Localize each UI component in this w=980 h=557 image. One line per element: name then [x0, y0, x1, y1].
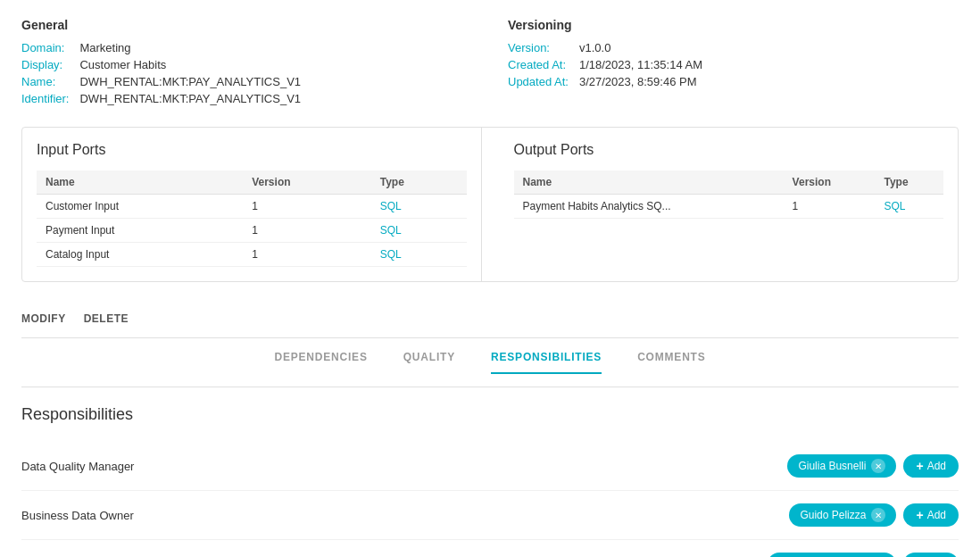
- person-name-dqm: Giulia Busnelli: [798, 460, 866, 472]
- input-row-version: 1: [243, 219, 371, 243]
- general-name-value: DWH_RENTAL:MKT:PAY_ANALYTICS_V1: [79, 75, 472, 88]
- responsibilities-title: Responsibilities: [21, 405, 959, 424]
- resp-label-bdo: Business Data Owner: [21, 509, 200, 522]
- general-title: General: [21, 18, 472, 32]
- page-container: General Domain: Marketing Display: Custo…: [0, 0, 980, 557]
- person-tag-bdo[interactable]: Guido Pelizza ✕: [789, 503, 896, 527]
- output-ports-title: Output Ports: [514, 142, 944, 158]
- input-col-version: Version: [243, 170, 371, 195]
- updated-at-value: 3/27/2023, 8:59:46 PM: [579, 75, 959, 88]
- plus-icon-dqm: +: [916, 459, 923, 473]
- output-ports-panel: Output Ports Name Version Type Payment H…: [500, 128, 959, 281]
- versioning-section: Versioning Version: v1.0.0 Created At: 1…: [508, 18, 959, 105]
- input-ports-panel: Input Ports Name Version Type Customer I…: [22, 128, 482, 281]
- tabs-bar: DEPENDENCIES QUALITY RESPONSIBILITIES CO…: [21, 338, 959, 387]
- input-ports-header: Name Version Type: [37, 170, 467, 195]
- input-row-name: Customer Input: [37, 195, 243, 219]
- tab-comments[interactable]: COMMENTS: [637, 351, 705, 374]
- output-row-version: 1: [784, 195, 876, 219]
- general-name-label: Name:: [21, 75, 69, 88]
- ports-section: Input Ports Name Version Type Customer I…: [21, 127, 959, 282]
- input-row-name: Catalog Input: [37, 243, 243, 267]
- add-btn-dqm[interactable]: + Add: [903, 454, 959, 478]
- top-section: General Domain: Marketing Display: Custo…: [21, 18, 959, 105]
- input-ports-table: Name Version Type Customer Input 1 SQL P…: [37, 170, 467, 267]
- resp-row-dqm: Data Quality Manager Giulia Busnelli ✕ +…: [21, 442, 959, 491]
- version-value: v1.0.0: [579, 41, 959, 54]
- remove-person-bdo[interactable]: ✕: [871, 508, 885, 522]
- output-col-type: Type: [875, 170, 943, 195]
- input-row-name: Payment Input: [37, 219, 243, 243]
- resp-actions-tdo: Alfio Giuliano Faro ✕ + Add: [768, 553, 959, 557]
- versioning-grid: Version: v1.0.0 Created At: 1/18/2023, 1…: [508, 41, 959, 88]
- resp-label-dqm: Data Quality Manager: [21, 460, 200, 473]
- delete-button[interactable]: DELETE: [84, 309, 129, 328]
- output-ports-table: Name Version Type Payment Habits Analyti…: [514, 170, 944, 219]
- tab-dependencies[interactable]: DEPENDENCIES: [274, 351, 367, 374]
- responsibilities-section: Responsibilities Data Quality Manager Gi…: [21, 387, 959, 557]
- modify-button[interactable]: MODIFY: [21, 309, 66, 328]
- add-btn-bdo[interactable]: + Add: [903, 503, 959, 527]
- versioning-title: Versioning: [508, 18, 959, 32]
- general-domain-value: Marketing: [79, 41, 472, 54]
- input-row-version: 1: [243, 195, 371, 219]
- general-grid: Domain: Marketing Display: Customer Habi…: [21, 41, 472, 105]
- general-display-label: Display:: [21, 58, 69, 71]
- add-btn-tdo[interactable]: + Add: [903, 553, 959, 557]
- table-row: Catalog Input 1 SQL: [37, 243, 467, 267]
- output-row-type: SQL: [875, 195, 943, 219]
- tab-quality[interactable]: QUALITY: [403, 351, 455, 374]
- table-row: Payment Input 1 SQL: [37, 219, 467, 243]
- input-col-name: Name: [37, 170, 243, 195]
- general-domain-label: Domain:: [21, 41, 69, 54]
- updated-at-label: Updated At:: [508, 75, 569, 88]
- input-row-type: SQL: [371, 195, 467, 219]
- general-display-value: Customer Habits: [79, 58, 472, 71]
- output-col-version: Version: [784, 170, 876, 195]
- created-at-label: Created At:: [508, 58, 569, 71]
- version-label: Version:: [508, 41, 569, 54]
- general-identifier-value: DWH_RENTAL:MKT:PAY_ANALYTICS_V1: [79, 92, 472, 105]
- input-ports-title: Input Ports: [37, 142, 467, 158]
- remove-person-dqm[interactable]: ✕: [871, 459, 885, 473]
- input-row-type: SQL: [371, 219, 467, 243]
- person-tag-tdo[interactable]: Alfio Giuliano Faro ✕: [768, 553, 897, 557]
- person-name-bdo: Guido Pelizza: [800, 509, 866, 521]
- tab-responsibilities[interactable]: RESPONSIBILITIES: [491, 351, 602, 374]
- output-ports-header: Name Version Type: [514, 170, 944, 195]
- output-col-name: Name: [514, 170, 784, 195]
- general-identifier-label: Identifier:: [21, 92, 69, 105]
- add-label-dqm: Add: [927, 460, 946, 472]
- resp-actions-bdo: Guido Pelizza ✕ + Add: [789, 503, 959, 527]
- output-row-name: Payment Habits Analytics SQ...: [514, 195, 784, 219]
- resp-row-bdo: Business Data Owner Guido Pelizza ✕ + Ad…: [21, 491, 959, 540]
- input-row-version: 1: [243, 243, 371, 267]
- action-row: MODIFY DELETE: [21, 300, 959, 338]
- add-label-bdo: Add: [927, 509, 946, 521]
- resp-actions-dqm: Giulia Busnelli ✕ + Add: [787, 454, 959, 478]
- table-row: Customer Input 1 SQL: [37, 195, 467, 219]
- person-tag-dqm[interactable]: Giulia Busnelli ✕: [787, 454, 896, 478]
- general-section: General Domain: Marketing Display: Custo…: [21, 18, 472, 105]
- plus-icon-bdo: +: [916, 508, 923, 522]
- created-at-value: 1/18/2023, 11:35:14 AM: [579, 58, 959, 71]
- input-col-type: Type: [371, 170, 467, 195]
- input-row-type: SQL: [371, 243, 467, 267]
- table-row: Payment Habits Analytics SQ... 1 SQL: [514, 195, 944, 219]
- resp-row-tdo: Technical Data Owner Alfio Giuliano Faro…: [21, 540, 959, 557]
